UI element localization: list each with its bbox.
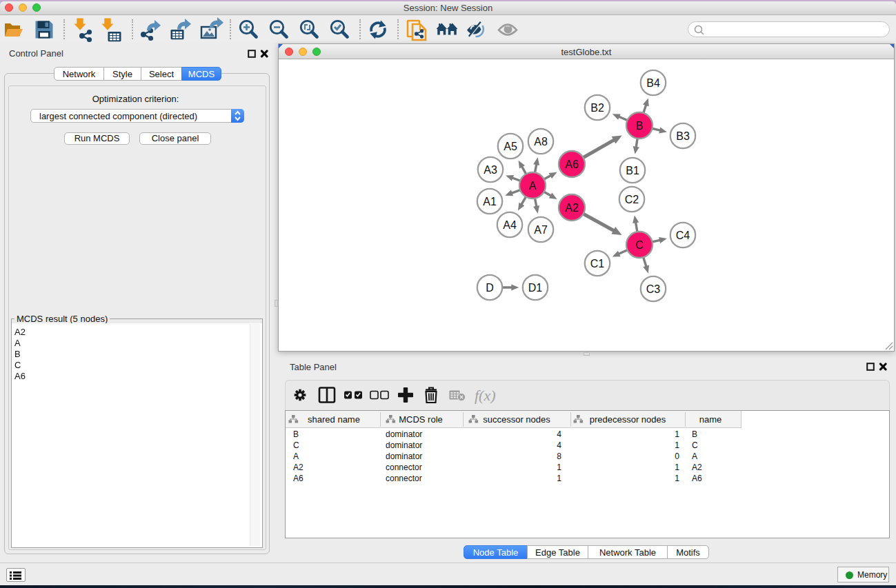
svg-text:C4: C4	[676, 230, 690, 241]
svg-text:A: A	[529, 180, 537, 192]
svg-text:C1: C1	[590, 258, 605, 270]
svg-text:C3: C3	[646, 283, 661, 295]
svg-text:f(x): f(x)	[475, 387, 496, 404]
svg-text:D: D	[486, 282, 494, 294]
svg-text:D1: D1	[528, 282, 543, 294]
svg-text:B: B	[636, 120, 644, 132]
svg-text:B4: B4	[646, 77, 660, 89]
svg-text:A5: A5	[504, 141, 517, 152]
svg-text:A7: A7	[534, 224, 548, 236]
svg-text:B3: B3	[676, 130, 690, 142]
svg-text:C: C	[635, 239, 644, 251]
svg-text:A3: A3	[484, 164, 497, 176]
svg-text:A4: A4	[503, 219, 517, 231]
svg-text:B2: B2	[590, 102, 604, 114]
svg-text:A8: A8	[534, 136, 548, 148]
svg-text:B1: B1	[626, 165, 639, 176]
svg-text:A2: A2	[565, 202, 579, 214]
svg-text:A6: A6	[565, 159, 579, 170]
svg-text:A1: A1	[483, 196, 497, 207]
svg-text:C2: C2	[625, 194, 639, 205]
